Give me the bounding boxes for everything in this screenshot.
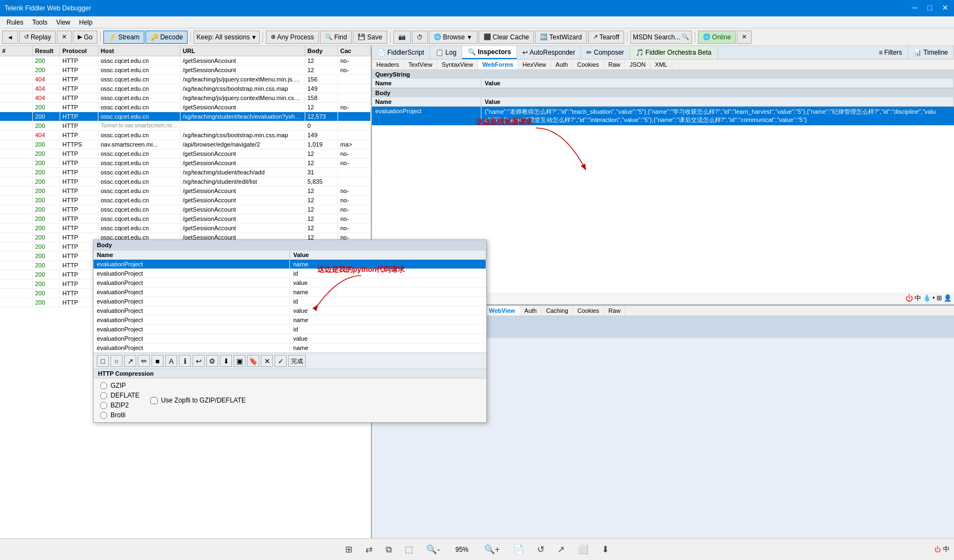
table-row[interactable]: 200HTTPossc.cqcet.edu.cn/getSessionAccou… (0, 103, 371, 112)
tool-text[interactable]: A (165, 355, 177, 367)
zoom-in-button[interactable]: 🔍+ (482, 542, 502, 557)
tab-log[interactable]: 📋 Log (430, 46, 462, 59)
deflate-radio[interactable] (100, 392, 107, 399)
any-process-button[interactable]: ⊕ Any Process (266, 31, 319, 44)
bzip2-option[interactable]: BZIP2 (100, 400, 139, 410)
overlay-row[interactable]: evaluationProject name (94, 316, 486, 325)
tool-settings[interactable]: ⚙ (206, 355, 218, 367)
overlay-row[interactable]: evaluationProject value (94, 278, 486, 288)
subtab-raw[interactable]: Raw (604, 60, 625, 69)
table-row[interactable]: 200HTTPossc.cqcet.edu.cn/getSessionAccou… (0, 159, 371, 168)
tool-oval[interactable]: ○ (110, 355, 123, 367)
tab-inspectors[interactable]: 🔍 Inspectors (462, 46, 517, 59)
share-button[interactable]: ↗ (555, 542, 567, 557)
table-row[interactable]: 200HTTPossc.cqcet.edu.cn/getSessionAccou… (0, 205, 371, 214)
stream-button[interactable]: ⚡ Stream (103, 31, 144, 44)
table-row[interactable]: 200HTTPossc.cqcet.edu.cn/getSessionAccou… (0, 186, 371, 196)
crop-button[interactable]: ⬚ (403, 542, 415, 557)
tool-grid[interactable]: ▣ (234, 355, 246, 367)
online-button[interactable]: 🌐 Online (698, 31, 736, 44)
table-row[interactable]: 200HTTPossc.cqcet.edu.cn/getSessionAccou… (0, 66, 371, 75)
table-row[interactable]: 404HTTPossc.cqcet.edu.cn/xg/teaching/css… (0, 131, 371, 140)
table-row[interactable]: 404HTTPossc.cqcet.edu.cn/xg/teaching/js/… (0, 94, 371, 103)
tab-fiddlerscript[interactable]: 📄 FiddlerScript (372, 46, 430, 59)
table-row[interactable]: 200HTTPossc.cqcet.edu.cn/getSessionAccou… (0, 224, 371, 233)
minimize-button[interactable]: ─ (908, 1, 922, 14)
tool-rect[interactable]: □ (97, 355, 109, 367)
remove-button[interactable]: ✕ (57, 31, 72, 44)
subtab-xml[interactable]: XML (650, 60, 672, 69)
tool-undo[interactable]: ↩ (193, 355, 205, 367)
table-row[interactable]: 200HTTPTunnel to nav.smartscreen.microso… (0, 121, 371, 131)
resp-subtab-cookies[interactable]: Cookies (573, 306, 604, 316)
grid-view-button[interactable]: ⊞ (343, 542, 354, 557)
tab-composer[interactable]: ✏ Composer (581, 46, 630, 59)
replay-button[interactable]: ↺ Replay (19, 31, 56, 44)
save-button[interactable]: 💾 Save (353, 31, 387, 44)
subtab-textview[interactable]: TextView (404, 60, 438, 69)
msdn-search[interactable]: MSDN Search... 🔍 (630, 31, 692, 44)
resp-subtab-caching[interactable]: Caching (542, 306, 573, 316)
brotli-option[interactable]: Brotli (100, 410, 139, 420)
tool-confirm[interactable]: ✓ (275, 355, 287, 367)
table-row[interactable]: 200HTTPossc.cqcet.edu.cn/getSessionAccou… (0, 196, 371, 205)
subtab-cookies[interactable]: Cookies (573, 60, 604, 69)
menu-view[interactable]: View (52, 18, 75, 27)
close-button[interactable]: ✕ (938, 1, 953, 14)
table-row[interactable]: 200HTTPossc.cqcet.edu.cn/xg/teaching/stu… (0, 112, 371, 121)
brotli-radio[interactable] (100, 412, 107, 419)
menu-help[interactable]: Help (75, 18, 97, 27)
tool-close[interactable]: ✕ (261, 355, 273, 367)
gzip-option[interactable]: GZIP (100, 381, 139, 390)
maximize-button[interactable]: □ (923, 1, 936, 14)
subtab-auth[interactable]: Auth (551, 60, 573, 69)
subtab-syntaxview[interactable]: SyntaxView (437, 60, 478, 69)
subtab-headers[interactable]: Headers (372, 60, 404, 69)
tool-done[interactable]: 完成 (288, 355, 306, 367)
table-row[interactable]: 200HTTPossc.cqcet.edu.cn/getSessionAccou… (0, 214, 371, 224)
gzip-radio[interactable] (100, 382, 107, 389)
tab-fiddler-orchestra[interactable]: 🎵 Fiddler Orchestra Beta (630, 46, 718, 59)
refresh-button[interactable]: ↺ (535, 542, 546, 557)
menu-rules[interactable]: Rules (2, 18, 28, 27)
resp-subtab-raw[interactable]: Raw (604, 306, 625, 316)
decode-button[interactable]: 🔑 Decode (146, 31, 188, 44)
subtab-json[interactable]: JSON (625, 60, 650, 69)
subtab-webforms[interactable]: WebForms (478, 60, 519, 69)
zopfli-option[interactable]: Use Zopfli to GZIP/DEFLATE (150, 381, 246, 420)
download-button[interactable]: ⬇ (600, 542, 611, 557)
deflate-option[interactable]: DEFLATE (100, 390, 139, 400)
go-button[interactable]: ▶ Go (73, 31, 97, 44)
resp-subtab-auth[interactable]: Auth (520, 306, 542, 316)
back-button[interactable]: ◄ (2, 31, 18, 44)
overlay-row[interactable]: evaluationProject value (94, 334, 486, 343)
tool-bookmark[interactable]: 🔖 (247, 355, 259, 367)
overlay-row[interactable]: evaluationProject name (94, 343, 486, 353)
table-row[interactable]: 200HTTPossc.cqcet.edu.cn/getSessionAccou… (0, 56, 371, 66)
toolbar-close[interactable]: ✕ (737, 31, 752, 44)
tab-autoresponder[interactable]: ↩ AutoResponder (517, 46, 581, 59)
find-button[interactable]: 🔍 Find (320, 31, 352, 44)
table-row[interactable]: 200HTTPossc.cqcet.edu.cn/xg/teaching/stu… (0, 177, 371, 186)
overlay-row[interactable]: evaluationProject id (94, 269, 486, 278)
tearoff-button[interactable]: ↗ Tearoff (588, 31, 624, 44)
page-button[interactable]: 📄 (511, 542, 526, 557)
body-data-row[interactable]: evaluationProject {"name":"老师教得怎么样?","id… (372, 107, 954, 126)
screenshot-button[interactable]: 📷 (393, 31, 411, 44)
tool-info[interactable]: ℹ (179, 355, 191, 367)
overlay-row[interactable]: evaluationProject id (94, 297, 486, 306)
table-row[interactable]: 404HTTPossc.cqcet.edu.cn/xg/teaching/css… (0, 84, 371, 94)
overlay-row[interactable]: evaluationProject name (94, 260, 486, 269)
tool-pen[interactable]: ✏ (138, 355, 150, 367)
keep-dropdown[interactable]: Keep: All sessions ▼ (194, 31, 259, 44)
tool-download[interactable]: ⬇ (220, 355, 232, 367)
overlay-row[interactable]: evaluationProject id (94, 325, 486, 334)
resp-subtab-webview[interactable]: WebView (485, 306, 520, 316)
clear-cache-button[interactable]: ⬛ Clear Cache (479, 31, 534, 44)
resize-button[interactable]: ⬜ (575, 542, 591, 557)
copy-button[interactable]: ⧉ (383, 542, 394, 557)
subtab-hexview[interactable]: HexView (518, 60, 551, 69)
tab-timeline[interactable]: 📊 Timeline (908, 46, 954, 59)
tool-arrow[interactable]: ↗ (124, 355, 136, 367)
table-row[interactable]: 200HTTPossc.cqcet.edu.cn/xg/teaching/stu… (0, 168, 371, 177)
